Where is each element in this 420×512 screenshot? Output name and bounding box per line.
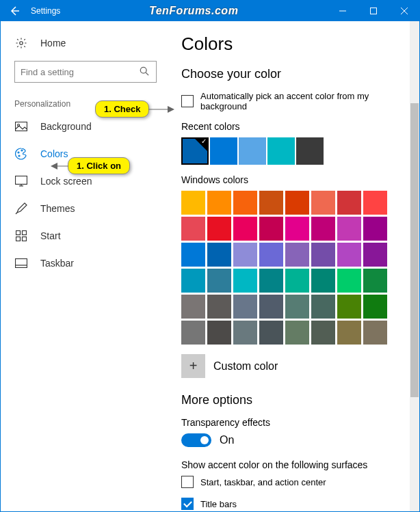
sidebar-item-taskbar[interactable]: Taskbar — [1, 250, 170, 277]
windows-color-swatch[interactable] — [363, 243, 387, 267]
svg-point-11 — [21, 150, 23, 151]
windows-color-swatch[interactable] — [337, 295, 361, 319]
windows-color-swatch[interactable] — [311, 321, 335, 345]
custom-color-button[interactable]: + — [181, 354, 205, 378]
windows-color-swatch[interactable] — [181, 243, 205, 267]
windows-color-swatch[interactable] — [311, 217, 335, 241]
windows-color-swatch[interactable] — [311, 295, 335, 319]
windows-color-swatch[interactable] — [181, 295, 205, 319]
windows-color-swatch[interactable] — [337, 191, 361, 215]
windows-color-swatch[interactable] — [259, 269, 283, 293]
windows-color-swatch[interactable] — [363, 269, 387, 293]
windows-color-swatch[interactable] — [181, 191, 205, 215]
minimize-icon — [339, 8, 346, 14]
search-input[interactable] — [14, 61, 157, 83]
svg-point-5 — [140, 67, 146, 73]
surface-titlebars-checkbox[interactable] — [181, 498, 194, 510]
sidebar-item-label: Lock screen — [40, 176, 92, 187]
windows-color-swatch[interactable] — [233, 243, 257, 267]
windows-color-swatch[interactable] — [233, 321, 257, 345]
sidebar-item-label: Colors — [40, 148, 68, 159]
windows-color-swatch[interactable] — [207, 243, 231, 267]
custom-color-label: Custom color — [213, 360, 278, 373]
svg-rect-18 — [23, 237, 27, 241]
windows-color-swatch[interactable] — [207, 321, 231, 345]
close-button[interactable] — [389, 1, 419, 21]
sidebar-item-label: Background — [40, 121, 92, 132]
windows-color-swatch[interactable] — [285, 295, 309, 319]
windows-color-swatch[interactable] — [233, 191, 257, 215]
titlebar: Settings TenForums.com — [1, 1, 419, 21]
windows-color-swatch[interactable] — [363, 295, 387, 319]
windows-color-swatch[interactable] — [233, 217, 257, 241]
windows-color-swatch[interactable] — [259, 243, 283, 267]
surface-start-label: Start, taskbar, and action center — [200, 477, 326, 487]
windows-color-swatch[interactable] — [363, 217, 387, 241]
sidebar-item-label: Themes — [40, 203, 75, 214]
back-button[interactable] — [1, 1, 28, 21]
windows-color-swatch[interactable] — [181, 269, 205, 293]
windows-color-swatch[interactable] — [311, 191, 335, 215]
windows-color-swatch[interactable] — [285, 269, 309, 293]
choose-color-heading: Choose your color — [181, 67, 406, 81]
svg-point-10 — [18, 155, 20, 157]
windows-color-swatch[interactable] — [259, 295, 283, 319]
palette-icon — [14, 147, 28, 161]
auto-pick-label: Automatically pick an accent color from … — [200, 91, 406, 111]
windows-color-swatch[interactable] — [285, 191, 309, 215]
windows-color-swatch[interactable] — [311, 243, 335, 267]
recent-color-swatch[interactable] — [267, 137, 295, 165]
callout-click: 1. Click on — [68, 157, 130, 174]
windows-colors-grid — [181, 191, 406, 345]
recent-color-swatch[interactable] — [239, 137, 266, 165]
minimize-button[interactable] — [327, 1, 358, 21]
sidebar-item-start[interactable]: Start — [1, 222, 170, 250]
windows-color-swatch[interactable] — [233, 269, 257, 293]
windows-color-swatch[interactable] — [337, 243, 361, 267]
arrow-left-icon — [9, 5, 20, 16]
windows-color-swatch[interactable] — [285, 321, 309, 345]
windows-color-swatch[interactable] — [363, 321, 387, 345]
windows-color-swatch[interactable] — [207, 269, 231, 293]
windows-color-swatch[interactable] — [207, 295, 231, 319]
monitor-icon — [14, 174, 28, 188]
windows-color-swatch[interactable] — [311, 269, 335, 293]
windows-color-swatch[interactable] — [285, 243, 309, 267]
sidebar-item-themes[interactable]: Themes — [1, 195, 170, 222]
surface-titlebars-label: Title bars — [200, 499, 237, 509]
recent-color-swatch[interactable] — [181, 137, 209, 165]
windows-color-swatch[interactable] — [233, 295, 257, 319]
svg-line-6 — [146, 72, 148, 75]
window-title: Settings — [28, 6, 60, 16]
plus-icon: + — [189, 358, 198, 374]
windows-color-swatch[interactable] — [181, 321, 205, 345]
windows-color-swatch[interactable] — [285, 217, 309, 241]
windows-color-swatch[interactable] — [363, 191, 387, 215]
windows-color-swatch[interactable] — [337, 269, 361, 293]
recent-color-swatch[interactable] — [296, 137, 324, 165]
windows-color-swatch[interactable] — [259, 191, 283, 215]
transparency-label: Transparency effects — [181, 417, 406, 428]
windows-color-swatch[interactable] — [337, 217, 361, 241]
picture-icon — [14, 120, 28, 133]
windows-color-swatch[interactable] — [337, 321, 361, 345]
svg-rect-15 — [16, 231, 21, 235]
surface-start-checkbox[interactable] — [181, 476, 194, 488]
transparency-toggle[interactable] — [181, 433, 211, 447]
svg-rect-1 — [370, 8, 376, 14]
scrollbar[interactable] — [410, 21, 419, 511]
auto-pick-checkbox[interactable] — [181, 95, 194, 107]
grid-icon — [14, 229, 28, 243]
windows-color-swatch[interactable] — [259, 217, 283, 241]
search-field[interactable] — [21, 67, 140, 77]
scroll-thumb[interactable] — [410, 103, 419, 397]
home-link[interactable]: Home — [1, 31, 170, 55]
page-title: Colors — [181, 33, 406, 55]
recent-color-swatch[interactable] — [210, 137, 237, 165]
maximize-button[interactable] — [358, 1, 389, 21]
windows-color-swatch[interactable] — [207, 191, 231, 215]
windows-color-swatch[interactable] — [181, 217, 205, 241]
search-icon — [140, 66, 150, 77]
windows-color-swatch[interactable] — [259, 321, 283, 345]
windows-color-swatch[interactable] — [207, 217, 231, 241]
